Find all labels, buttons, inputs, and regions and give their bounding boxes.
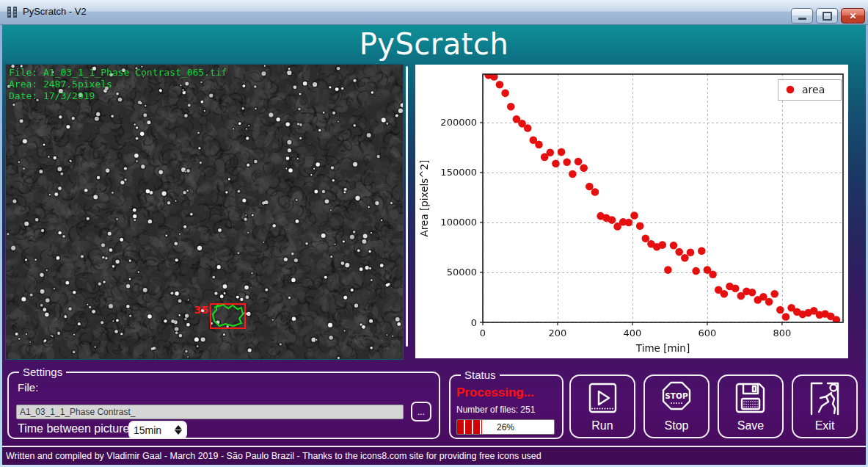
status-legend: Status (461, 369, 500, 381)
app-header: PyScratch (0, 25, 868, 63)
exit-door-icon (804, 379, 845, 420)
browse-button[interactable]: ... (411, 402, 431, 421)
spin-up-icon[interactable] (175, 425, 182, 430)
file-input[interactable] (16, 405, 404, 419)
floppy-disk-icon (730, 379, 771, 420)
play-video-icon (582, 379, 623, 420)
exit-button[interactable]: Exit (792, 374, 858, 438)
file-label: File: (18, 381, 38, 394)
time-spinbox[interactable]: 15min (128, 421, 187, 439)
spin-down-icon[interactable] (175, 430, 182, 435)
window-frame-left (0, 25, 2, 467)
settings-group: Settings File: ... Time between pictures… (7, 366, 440, 439)
run-button[interactable]: Run (569, 374, 635, 438)
minimize-button[interactable] (791, 8, 813, 23)
progress-percent-label: 26% (457, 420, 554, 434)
save-button-label: Save (737, 419, 764, 432)
time-between-pictures-label: Time between pictures: (18, 422, 139, 435)
minimize-icon (798, 18, 806, 20)
time-spinbox-value: 15min (130, 424, 172, 436)
stop-button[interactable]: STOP Stop (643, 374, 710, 438)
status-group: Status Processing... Number of files: 25… (449, 369, 564, 439)
progress-bar: 26% (456, 419, 555, 435)
close-button[interactable]: ✕ (841, 8, 865, 23)
stop-sign-icon: STOP (656, 379, 697, 420)
title-bar[interactable]: PyScratch - V2 ✕ (0, 0, 868, 25)
number-of-files-text: Number of files: 251 (456, 405, 535, 415)
processing-status-text: Processing... (456, 385, 534, 400)
save-button[interactable]: Save (718, 374, 784, 438)
microscopy-image (6, 65, 403, 359)
close-icon: ✕ (849, 12, 856, 21)
svg-text:STOP: STOP (665, 391, 688, 400)
page-title: PyScratch (360, 27, 509, 61)
spinner-arrows[interactable] (172, 425, 186, 435)
app-window: PyScratch - V2 ✕ PyScratch Settings File… (0, 0, 868, 467)
area-chart (415, 65, 848, 358)
maximize-icon (823, 12, 832, 21)
footer-bar: Written and compiled by Vladimir Gaal - … (0, 446, 868, 465)
run-button-label: Run (591, 419, 613, 432)
app-icon (7, 7, 18, 18)
exit-button-label: Exit (815, 419, 835, 432)
window-title: PyScratch - V2 (23, 6, 87, 17)
stop-button-label: Stop (665, 419, 689, 432)
settings-legend: Settings (19, 366, 66, 378)
footer-credit-text: Written and compiled by Vladimir Gaal - … (0, 451, 541, 461)
maximize-button[interactable] (816, 8, 838, 23)
splitter-handle[interactable] (406, 66, 408, 347)
